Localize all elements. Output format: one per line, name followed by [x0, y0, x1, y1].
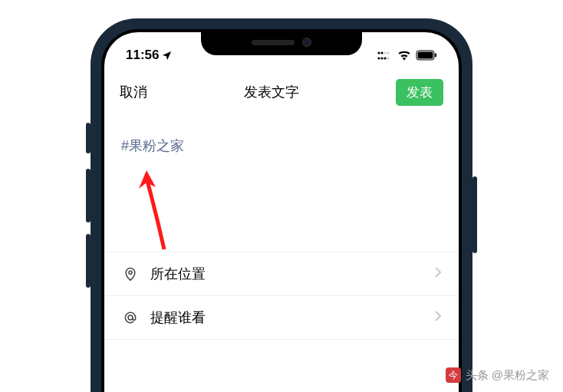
svg-point-5	[380, 51, 383, 54]
location-pin-icon	[121, 265, 140, 282]
svg-point-2	[384, 57, 386, 59]
dual-sim-icon	[377, 50, 393, 61]
battery-icon	[416, 50, 437, 61]
status-time: 11:56	[126, 48, 159, 63]
svg-point-6	[384, 51, 386, 54]
svg-point-0	[377, 57, 380, 59]
at-icon	[121, 310, 140, 325]
svg-rect-9	[418, 52, 433, 59]
svg-rect-10	[435, 54, 436, 58]
location-option[interactable]: 所在位置	[104, 252, 459, 296]
status-left: 11:56	[126, 48, 173, 63]
phone-power-button	[472, 176, 477, 253]
phone-screen: 11:56	[104, 32, 459, 392]
cancel-button[interactable]: 取消	[120, 83, 147, 101]
watermark: 头条 @果粉之家	[446, 367, 549, 383]
wifi-icon	[397, 50, 411, 61]
location-arrow-icon	[161, 50, 173, 61]
phone-front-camera	[302, 38, 311, 47]
location-label: 所在位置	[150, 265, 423, 283]
svg-point-11	[129, 271, 132, 274]
compose-textarea[interactable]: #果粉之家	[104, 114, 459, 252]
chevron-right-icon	[434, 266, 442, 282]
toutiao-logo-icon	[446, 367, 461, 383]
svg-point-4	[377, 51, 380, 54]
svg-point-7	[387, 51, 389, 54]
watermark-text: 头条 @果粉之家	[466, 368, 549, 383]
publish-button[interactable]: 发表	[396, 79, 443, 106]
hashtag-text[interactable]: #果粉之家	[121, 138, 184, 153]
page-title: 发表文字	[244, 83, 299, 101]
mention-option[interactable]: 提醒谁看	[104, 296, 459, 340]
phone-bezel: 11:56	[101, 29, 462, 392]
status-right	[377, 50, 437, 61]
nav-bar: 取消 发表文字 发表	[104, 71, 459, 114]
phone-notch	[201, 29, 362, 55]
svg-point-12	[128, 315, 133, 320]
phone-speaker	[252, 40, 295, 45]
options-list: 所在位置 提醒谁看	[104, 252, 459, 340]
mention-label: 提醒谁看	[150, 308, 423, 327]
svg-point-1	[380, 57, 383, 59]
phone-frame: 11:56	[91, 18, 472, 392]
chevron-right-icon	[434, 310, 442, 325]
svg-point-3	[387, 57, 389, 59]
